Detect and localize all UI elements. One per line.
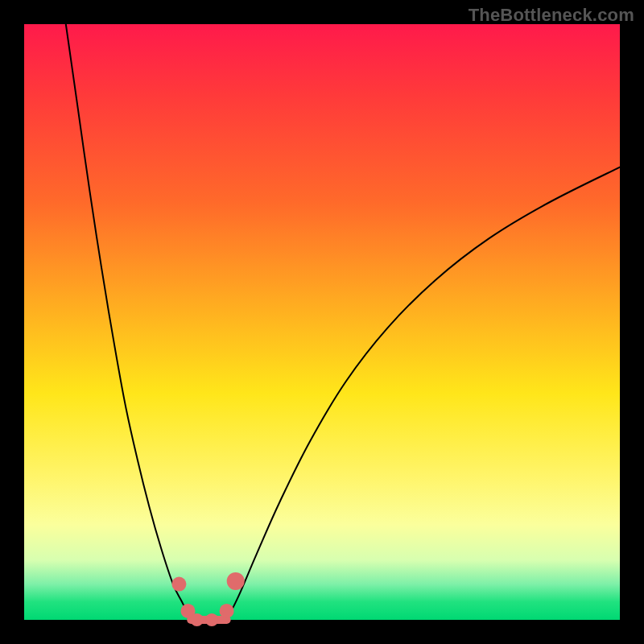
marker-bottom-dot-a — [191, 613, 204, 626]
plot-svg — [24, 24, 620, 620]
marker-right-marker-low — [220, 604, 234, 618]
plot-area — [24, 24, 620, 620]
attribution-text: TheBottleneck.com — [469, 5, 634, 26]
marker-bottom-dot-b — [205, 613, 218, 626]
chart-frame: TheBottleneck.com — [0, 0, 644, 644]
series-left-curve — [66, 24, 191, 620]
series-right-curve — [227, 167, 620, 620]
marker-left-marker-high — [171, 577, 186, 592]
marker-right-marker-high — [227, 572, 245, 590]
